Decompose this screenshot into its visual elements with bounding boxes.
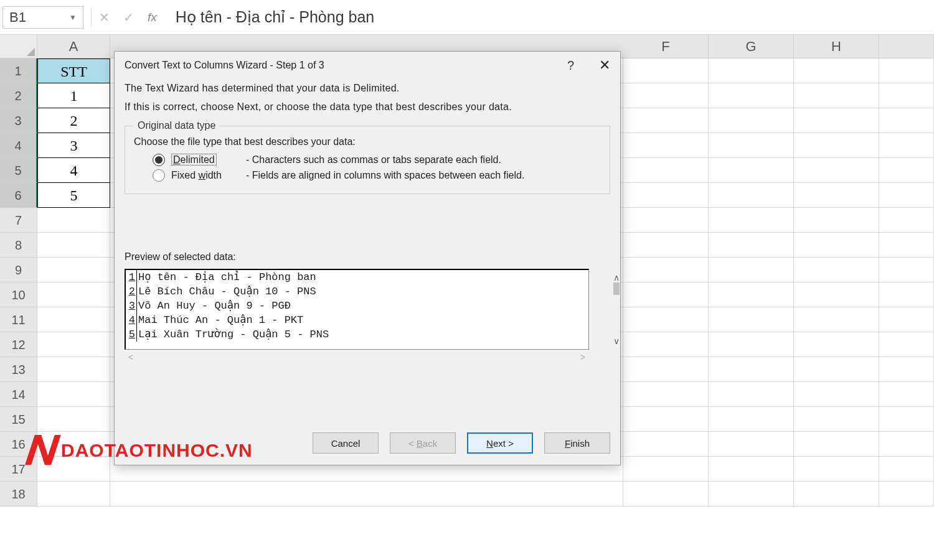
row-header[interactable]: 9 [0,258,37,282]
cell[interactable] [794,332,879,357]
cell[interactable] [879,282,934,307]
scroll-thumb[interactable] [613,282,620,295]
row-header[interactable]: 2 [0,83,37,108]
preview-vertical-scrollbar[interactable]: ∧ ∨ [610,269,623,350]
cell[interactable] [879,258,934,282]
cell[interactable] [709,233,794,258]
cell[interactable] [794,307,879,332]
radio-fixed-label[interactable]: Fixed width [171,170,240,181]
cell[interactable] [623,432,709,457]
cell[interactable] [623,183,709,208]
close-icon[interactable]: ✕ [599,57,610,73]
row-header[interactable]: 7 [0,208,37,233]
cell[interactable] [623,357,709,382]
cell[interactable] [794,407,879,432]
cell[interactable] [623,58,709,83]
cell[interactable] [623,133,709,158]
row-header[interactable]: 8 [0,233,37,258]
cell[interactable] [794,183,879,208]
cell[interactable] [794,258,879,282]
cell[interactable] [37,233,110,258]
cell[interactable] [623,382,709,407]
cell[interactable] [709,158,794,183]
cell[interactable] [794,108,879,133]
cell-hidden[interactable] [110,482,623,506]
cell[interactable] [879,158,934,183]
row-header[interactable]: 13 [0,357,37,382]
row-header[interactable]: 4 [0,133,37,158]
cell[interactable] [709,108,794,133]
cell[interactable] [709,133,794,158]
cell[interactable] [794,482,879,506]
cell[interactable] [709,482,794,506]
cell[interactable] [794,457,879,482]
cell[interactable] [37,208,110,233]
radio-delimited[interactable] [153,154,165,166]
cell[interactable]: 3 [37,133,110,158]
cell[interactable]: 4 [37,158,110,183]
cell[interactable] [623,332,709,357]
cell[interactable] [37,482,110,506]
cell[interactable] [709,307,794,332]
row-header[interactable]: 5 [0,158,37,183]
cell[interactable] [709,282,794,307]
scroll-up-icon[interactable]: ∧ [613,273,620,282]
cell[interactable] [879,58,934,83]
cell[interactable] [623,208,709,233]
cell[interactable] [709,382,794,407]
cell[interactable] [623,233,709,258]
cell[interactable]: 1 [37,83,110,108]
cell[interactable] [623,407,709,432]
cell[interactable] [794,158,879,183]
cell[interactable] [623,108,709,133]
cell[interactable] [37,282,110,307]
row-header[interactable]: 18 [0,482,37,506]
cell[interactable]: 5 [37,183,110,208]
cell[interactable] [879,133,934,158]
row-header[interactable]: 14 [0,382,37,407]
cell[interactable] [879,407,934,432]
cell[interactable] [709,357,794,382]
cell[interactable] [709,183,794,208]
cell[interactable] [879,332,934,357]
cell[interactable] [37,332,110,357]
cell[interactable]: 2 [37,108,110,133]
cell[interactable] [37,407,110,432]
row-header[interactable]: 6 [0,183,37,208]
finish-button[interactable]: Finish [544,432,610,454]
preview-horizontal-scrollbar[interactable]: < > [125,350,589,365]
column-header-extra[interactable] [879,35,934,58]
cell[interactable] [794,133,879,158]
cell[interactable] [794,382,879,407]
cell[interactable] [879,83,934,108]
scroll-right-icon[interactable]: > [580,352,585,362]
column-header-g[interactable]: G [709,35,794,58]
next-button[interactable]: Next > [467,432,533,454]
cell[interactable] [879,108,934,133]
cell[interactable] [879,482,934,506]
cell[interactable] [709,83,794,108]
cell[interactable] [623,158,709,183]
cell[interactable] [709,258,794,282]
column-header-a[interactable]: A [37,35,110,58]
cell[interactable] [37,357,110,382]
cell[interactable] [709,407,794,432]
cell[interactable] [794,282,879,307]
cell[interactable] [794,432,879,457]
select-all-triangle[interactable] [0,35,37,58]
cell[interactable] [623,307,709,332]
radio-fixed-width[interactable] [153,169,165,182]
cell[interactable] [709,58,794,83]
dialog-titlebar[interactable]: Convert Text to Columns Wizard - Step 1 … [115,52,620,79]
cell[interactable] [879,233,934,258]
cell[interactable] [794,233,879,258]
row-header[interactable]: 11 [0,307,37,332]
cell[interactable] [623,83,709,108]
radio-delimited-label[interactable]: Delimited [171,154,240,166]
cell[interactable] [879,357,934,382]
confirm-entry-icon[interactable]: ✓ [123,10,134,25]
cancel-button[interactable]: Cancel [313,432,379,454]
row-header[interactable]: 10 [0,282,37,307]
cell[interactable]: STT [37,58,110,83]
cell[interactable] [709,457,794,482]
